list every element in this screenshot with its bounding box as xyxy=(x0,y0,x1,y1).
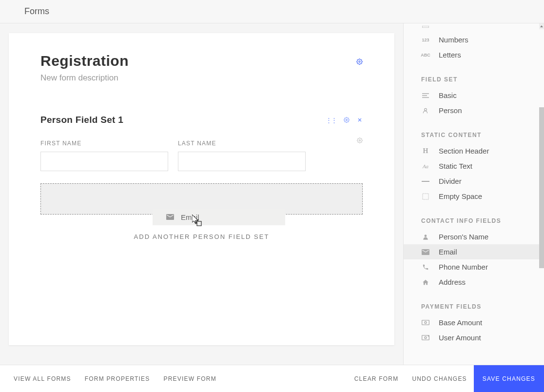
dragging-chip-label: Email xyxy=(181,213,199,221)
top-header: Forms xyxy=(0,0,544,23)
bottom-left-actions: VIEW ALL FORMS FORM PROPERTIES PREVIEW F… xyxy=(7,365,223,392)
sidebar-item-address[interactable]: Address xyxy=(404,274,544,290)
sidebar-content: 123NumbersABCLetters FIELD SETBasicPerso… xyxy=(404,23,544,345)
save-changes-button[interactable]: SAVE CHANGES xyxy=(474,365,544,392)
sidebar-item-base-amount[interactable]: Base Amount xyxy=(404,315,544,330)
sidebar-item-section-header[interactable]: HSection Header xyxy=(404,143,544,158)
fieldset-close-icon[interactable] xyxy=(357,117,363,123)
svg-rect-10 xyxy=(422,26,429,28)
fieldset-header: Person Field Set 1 ⋮⋮ xyxy=(40,115,363,125)
sidebar-section-header: PAYMENT FIELDS xyxy=(404,290,544,315)
form-card: Registration New form description Person… xyxy=(9,33,394,345)
form-properties-button[interactable]: FORM PROPERTIES xyxy=(78,365,157,392)
form-header: Registration New form description xyxy=(40,53,363,83)
scrollbar-up-arrow[interactable] xyxy=(539,23,544,29)
sidebar-item-label: Basic xyxy=(439,91,457,99)
sidebar-item-label: Email xyxy=(439,248,457,256)
ABC-icon: ABC xyxy=(421,51,430,59)
drag-handle-icon[interactable]: ⋮⋮ xyxy=(326,117,336,124)
sidebar-item-label: Numbers xyxy=(439,36,468,44)
sidebar-section-header: CONTACT INFO FIELDS xyxy=(404,204,544,229)
svg-point-1 xyxy=(346,119,348,121)
clear-form-button[interactable]: CLEAR FORM xyxy=(348,365,406,392)
svg-rect-16 xyxy=(423,194,428,199)
svg-point-17 xyxy=(425,235,427,237)
mail-icon xyxy=(421,248,430,256)
sidebar-item-label: Base Amount xyxy=(439,318,482,327)
field-row: FIRST NAME LAST NAME xyxy=(40,140,363,171)
undo-changes-button[interactable]: UNDO CHANGES xyxy=(405,365,473,392)
lines-icon xyxy=(421,92,430,99)
mail-icon xyxy=(166,214,174,220)
sidebar-item-label: Divider xyxy=(439,177,462,185)
svg-rect-18 xyxy=(422,320,429,325)
svg-point-14 xyxy=(425,108,427,111)
main-area: Registration New form description Person… xyxy=(0,23,544,365)
person-solid-icon xyxy=(421,233,430,241)
sidebar-item-divider[interactable]: Divider xyxy=(404,174,544,189)
box-icon xyxy=(421,23,430,31)
svg-point-0 xyxy=(359,61,360,62)
svg-point-19 xyxy=(425,322,427,324)
last-name-field: LAST NAME xyxy=(178,140,306,171)
Aa-icon: Aa xyxy=(421,162,430,170)
first-name-field: FIRST NAME xyxy=(40,140,168,171)
sidebar-item-label: Address xyxy=(439,278,466,286)
sidebar-item-basic[interactable]: Basic xyxy=(404,88,544,103)
123-icon: 123 xyxy=(421,36,430,44)
sidebar-item-label: Person's Name xyxy=(439,233,488,241)
sidebar-item-label: Empty Space xyxy=(439,192,482,200)
fieldset-actions: ⋮⋮ xyxy=(326,117,363,124)
sidebar-item-person[interactable]: Person xyxy=(404,103,544,118)
home-icon xyxy=(421,278,430,286)
phone-icon xyxy=(421,263,430,271)
last-name-input[interactable] xyxy=(178,152,306,171)
sidebar-item-person-s-name[interactable]: Person's Name xyxy=(404,229,544,244)
sidebar: 123NumbersABCLetters FIELD SETBasicPerso… xyxy=(403,23,544,365)
person-outline-icon xyxy=(421,107,430,115)
sidebar-item-numbers[interactable]: 123Numbers xyxy=(404,32,544,47)
fieldset-gear-icon[interactable] xyxy=(344,117,350,123)
fieldset-title[interactable]: Person Field Set 1 xyxy=(40,115,123,125)
svg-point-4 xyxy=(359,140,361,141)
first-name-label: FIRST NAME xyxy=(40,140,168,147)
view-all-forms-button[interactable]: VIEW ALL FORMS xyxy=(7,365,78,392)
sidebar-item-label: Section Header xyxy=(439,147,489,155)
row-gear-icon[interactable] xyxy=(357,137,363,143)
money-plus-icon xyxy=(421,334,430,342)
divider-icon xyxy=(421,177,430,185)
page-title: Forms xyxy=(24,6,49,17)
sidebar-partial-item[interactable] xyxy=(404,23,544,32)
sidebar-item-label: Phone Number xyxy=(439,263,488,271)
sidebar-item-label: Letters xyxy=(439,51,461,59)
form-description[interactable]: New form description xyxy=(40,73,363,83)
sidebar-item-phone-number[interactable]: Phone Number xyxy=(404,259,544,274)
H-icon: H xyxy=(421,147,430,155)
last-name-label: LAST NAME xyxy=(178,140,306,147)
sidebar-section-header: STATIC CONTENT xyxy=(404,118,544,143)
sidebar-item-user-amount[interactable]: User Amount xyxy=(404,330,544,345)
sidebar-item-letters[interactable]: ABCLetters xyxy=(404,47,544,62)
scrollbar-thumb[interactable] xyxy=(539,107,544,268)
add-another-button[interactable]: ADD ANOTHER PERSON FIELD SET xyxy=(40,229,363,244)
money-icon xyxy=(421,319,430,327)
sidebar-section-header: FIELD SET xyxy=(404,62,544,88)
svg-point-21 xyxy=(425,337,427,339)
canvas-area: Registration New form description Person… xyxy=(0,23,403,365)
empty-icon xyxy=(421,193,430,200)
sidebar-item-label: User Amount xyxy=(439,333,481,342)
sidebar-item-label: Static Text xyxy=(439,162,472,170)
preview-form-button[interactable]: PREVIEW FORM xyxy=(157,365,223,392)
form-settings-gear-icon[interactable] xyxy=(356,59,363,65)
form-title[interactable]: Registration xyxy=(40,53,363,69)
first-name-input[interactable] xyxy=(40,152,168,171)
sidebar-item-email[interactable]: Email xyxy=(404,244,544,259)
sidebar-item-empty-space[interactable]: Empty Space xyxy=(404,189,544,204)
sidebar-item-static-text[interactable]: AaStatic Text xyxy=(404,158,544,174)
bottom-bar: VIEW ALL FORMS FORM PROPERTIES PREVIEW F… xyxy=(0,365,544,392)
dragging-chip: Email xyxy=(153,209,285,225)
bottom-right-actions: CLEAR FORM UNDO CHANGES SAVE CHANGES xyxy=(348,365,544,392)
sidebar-item-label: Person xyxy=(439,106,462,115)
